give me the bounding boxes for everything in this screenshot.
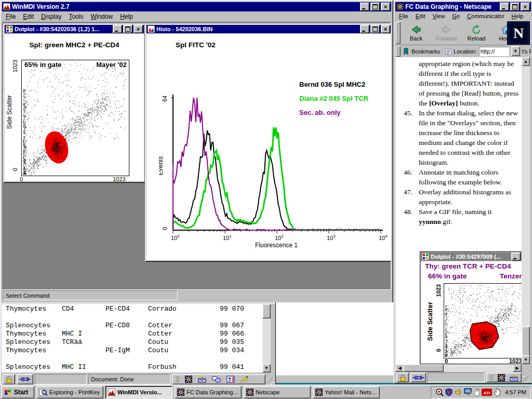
horizontal-scrollbar[interactable]: ◀ ▶ bbox=[395, 364, 522, 372]
navigator-component-icon[interactable] bbox=[185, 376, 192, 383]
winmdi-icon bbox=[108, 389, 115, 396]
menu-item-edit[interactable]: Edit bbox=[19, 12, 37, 21]
scroll-right-button[interactable]: ▶ bbox=[513, 364, 522, 372]
maximize-button[interactable] bbox=[123, 25, 132, 33]
document-status: Document: Done bbox=[88, 374, 170, 384]
bookmarks-label[interactable]: Bookmarks bbox=[411, 48, 440, 55]
system-tray: ATI 4:57 PM bbox=[431, 386, 531, 398]
reload-icon bbox=[471, 24, 482, 35]
menu-item-edit[interactable]: Edit bbox=[412, 12, 429, 20]
online-plug-icon[interactable] bbox=[410, 373, 426, 382]
vertical-scrollbar[interactable]: ▼ bbox=[262, 304, 271, 373]
antivirus-shield-icon[interactable] bbox=[445, 388, 453, 396]
maximize-button[interactable] bbox=[510, 3, 520, 11]
resize-grip[interactable] bbox=[523, 376, 530, 382]
printkey-magnifier-icon[interactable] bbox=[435, 388, 444, 396]
x-max-tick-label: 1023 bbox=[113, 176, 125, 181]
addressbook-component-icon[interactable] bbox=[227, 376, 235, 383]
menu-item-help[interactable]: Help bbox=[508, 12, 527, 20]
location-page-icon[interactable] bbox=[445, 48, 451, 55]
netscape-icon bbox=[315, 389, 323, 396]
discussions-component-icon[interactable] bbox=[212, 376, 221, 383]
close-button[interactable]: × bbox=[381, 3, 390, 11]
maximize-button[interactable] bbox=[370, 25, 380, 33]
menu-item-tools[interactable]: Tools bbox=[65, 12, 87, 21]
doc-intro: appropriate region (which may be differe… bbox=[395, 59, 522, 108]
scroll-down-button[interactable]: ▼ bbox=[522, 355, 530, 364]
toolbar-gripper[interactable] bbox=[396, 22, 401, 44]
menu-item-go[interactable]: Go bbox=[448, 12, 463, 20]
scrollbar-thumb[interactable] bbox=[262, 304, 271, 318]
security-lock-icon[interactable] bbox=[396, 373, 409, 382]
netscape-toolbar: BackForwardReloadHome N bbox=[395, 21, 531, 45]
taskbar-task[interactable]: Exploring - PrintKey bbox=[36, 386, 103, 398]
menu-item-communicator[interactable]: Communicator bbox=[463, 12, 508, 20]
histogram-plot-title: Spl FITC '02 bbox=[176, 41, 216, 49]
menu-item-window[interactable]: Window bbox=[87, 12, 116, 21]
svg-text:104: 104 bbox=[379, 234, 388, 241]
navigator-component-icon[interactable] bbox=[498, 374, 505, 381]
location-dropdown-button[interactable]: ▼ bbox=[511, 46, 520, 56]
menu-item-help[interactable]: Help bbox=[116, 12, 137, 21]
minimize-button[interactable] bbox=[113, 25, 122, 33]
component-drawer-icon[interactable] bbox=[176, 376, 180, 383]
table-row: ThymocytesMHC ICotter99 066 bbox=[2, 330, 262, 338]
mdi-client-area: Dotplot - #30:54202036 (1,2) 1... × Spl:… bbox=[2, 22, 391, 290]
doc-list-item: 47.Overlay additional histograms as appr… bbox=[395, 187, 522, 207]
whats-related-fragment[interactable]: t's R bbox=[522, 48, 531, 55]
winmdi-app-icon bbox=[3, 3, 10, 10]
histogram-titlebar[interactable]: Histo - 54202036.BIN × bbox=[147, 25, 391, 33]
dotplot-titlebar[interactable]: Dotplot - #30:54202036 (1,2) 1... × bbox=[5, 25, 144, 33]
close-button[interactable]: × bbox=[381, 25, 390, 33]
maximize-button[interactable] bbox=[370, 3, 380, 11]
legend-entry: Bernd 036 Spl MHC2 bbox=[299, 77, 368, 91]
netscape-statusbar bbox=[395, 372, 531, 383]
nav-reload-button[interactable]: Reload bbox=[461, 22, 491, 44]
inbox-component-icon[interactable] bbox=[509, 374, 518, 381]
taskbar-task[interactable]: FC Data Graphing -... bbox=[175, 386, 242, 398]
start-button[interactable]: Start bbox=[1, 386, 34, 398]
resize-grip[interactable] bbox=[267, 378, 274, 384]
minimize-button[interactable] bbox=[500, 3, 509, 11]
security-lock-icon[interactable] bbox=[3, 374, 15, 384]
bookmarks-icon[interactable] bbox=[403, 48, 409, 55]
scrollbar-thumb[interactable] bbox=[403, 364, 444, 372]
netscape-logo[interactable]: N bbox=[507, 21, 530, 45]
volume-speaker-icon[interactable] bbox=[454, 388, 462, 396]
menu-item-file[interactable]: File bbox=[395, 12, 412, 20]
minimize-button[interactable] bbox=[360, 3, 369, 11]
component-bar bbox=[486, 373, 522, 382]
y-axis-label: Side Scatter bbox=[426, 302, 434, 341]
taskbar-task[interactable]: Yahoo! Mail - Netsc... bbox=[313, 386, 380, 398]
ati-graphics-icon[interactable]: ATI bbox=[482, 389, 492, 396]
close-button[interactable]: × bbox=[521, 3, 530, 11]
location-input[interactable]: http:// bbox=[479, 47, 509, 56]
locationbar-gripper[interactable] bbox=[396, 46, 401, 57]
vertical-scrollbar[interactable]: ▲ ▼ bbox=[522, 57, 530, 364]
minimize-button[interactable] bbox=[360, 25, 369, 33]
scroll-up-button[interactable]: ▲ bbox=[522, 57, 530, 66]
display-settings-icon[interactable] bbox=[464, 388, 472, 396]
nav-back-button[interactable]: Back bbox=[401, 22, 431, 44]
table-document: ThymocytesCD4PE-CD4Corrado99 070Splenocy… bbox=[2, 304, 262, 373]
clock[interactable]: 4:57 PM bbox=[505, 389, 526, 395]
scroll-down-button[interactable]: ▼ bbox=[262, 364, 271, 373]
inbox-component-icon[interactable] bbox=[197, 376, 207, 383]
winmdi-statusbar: Select Command bbox=[2, 290, 391, 301]
taskbar-task[interactable]: Netscape bbox=[244, 386, 311, 398]
nav-forward-button[interactable]: Forward bbox=[431, 22, 461, 44]
menu-item-file[interactable]: File bbox=[2, 12, 19, 21]
table-row: ThymocytesPE-IgMCoutu99 034 bbox=[2, 347, 262, 355]
scrollbar-thumb[interactable] bbox=[522, 326, 530, 356]
menu-item-view[interactable]: View bbox=[429, 12, 449, 20]
winmdi-titlebar[interactable]: WinMDI Version 2.7 × bbox=[2, 2, 391, 11]
close-button[interactable]: × bbox=[134, 25, 143, 33]
netscape-titlebar[interactable]: FC Data Graphing - Netscape × bbox=[395, 2, 531, 11]
pointer-glove-icon[interactable] bbox=[494, 388, 500, 396]
composer-component-icon[interactable] bbox=[240, 376, 249, 383]
component-drawer-icon[interactable] bbox=[489, 374, 494, 381]
menu-item-display[interactable]: Display bbox=[37, 12, 65, 21]
online-plug-icon[interactable] bbox=[17, 374, 33, 384]
mouse-icon[interactable] bbox=[474, 388, 480, 396]
taskbar-task[interactable]: WinMDI Versio... bbox=[105, 386, 172, 398]
